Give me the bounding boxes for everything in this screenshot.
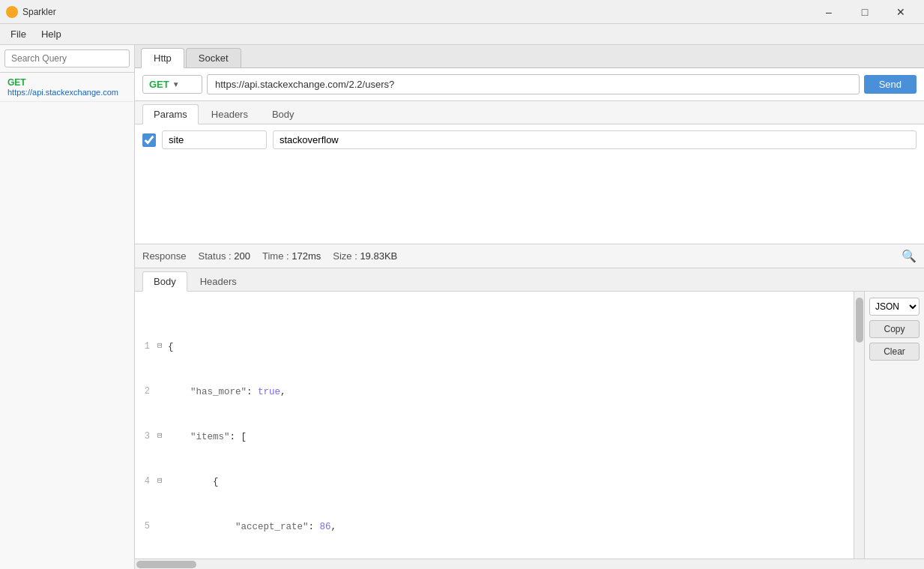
close-button[interactable]: ✕ <box>884 0 918 24</box>
params-area <box>135 124 924 244</box>
minimize-button[interactable]: – <box>812 0 846 24</box>
method-value: GET <box>149 79 169 90</box>
content-area: Http Socket GET ▼ Send Params Headers Bo… <box>135 45 924 569</box>
search-input[interactable] <box>4 49 130 67</box>
scrollbar-thumb[interactable] <box>856 298 863 343</box>
param-checkbox-0[interactable] <box>142 133 156 147</box>
clear-button[interactable]: Clear <box>869 343 920 361</box>
tab-headers[interactable]: Headers <box>200 104 259 124</box>
title-bar: Sparkler – □ ✕ <box>0 0 924 24</box>
tab-response-body[interactable]: Body <box>142 271 187 292</box>
tab-socket[interactable]: Socket <box>186 48 241 67</box>
param-value-0[interactable] <box>273 130 917 149</box>
json-line-1: 1 ⊟ { <box>135 340 854 355</box>
menu-help[interactable]: Help <box>34 25 69 43</box>
app-title: Sparkler <box>22 7 56 17</box>
tab-body[interactable]: Body <box>261 104 306 124</box>
json-viewer: 1 ⊟ { 2 "has_more": true, 3 ⊟ "items": [ <box>135 292 854 559</box>
status-value: 200 <box>234 250 250 262</box>
send-button[interactable]: Send <box>864 75 917 94</box>
sidebar-item-url: https://api.stackexchange.com <box>7 88 127 97</box>
response-size: Size : 19.83KB <box>333 250 397 262</box>
status-label: Status : <box>199 250 232 262</box>
json-content-wrapper[interactable]: 1 ⊟ { 2 "has_more": true, 3 ⊟ "items": [ <box>135 292 854 559</box>
param-tab-bar: Params Headers Body <box>135 101 924 124</box>
tab-params[interactable]: Params <box>142 104 199 124</box>
time-label: Time : <box>262 250 289 262</box>
app-icon <box>6 6 18 18</box>
url-input[interactable] <box>207 74 860 94</box>
size-label: Size : <box>333 250 357 262</box>
json-line-5: 5 "accept_rate": 86, <box>135 520 854 535</box>
url-bar: GET ▼ Send <box>135 68 924 101</box>
size-value: 19.83KB <box>360 250 397 262</box>
sidebar-search-area <box>0 45 134 73</box>
param-row-0 <box>142 130 917 149</box>
sidebar-item-0[interactable]: GET https://api.stackexchange.com <box>0 73 134 102</box>
menu-bar: File Help <box>0 24 924 45</box>
response-tab-bar: Body Headers <box>135 268 924 292</box>
json-actions-panel: JSON Copy Clear <box>864 292 924 559</box>
title-bar-left: Sparkler <box>6 6 56 18</box>
vertical-scrollbar[interactable] <box>854 292 864 559</box>
tab-response-headers[interactable]: Headers <box>189 271 248 291</box>
main-container: GET https://api.stackexchange.com Http S… <box>0 45 924 569</box>
horizontal-scrollbar[interactable] <box>135 559 924 569</box>
param-key-0[interactable] <box>162 130 267 149</box>
json-line-3: 3 ⊟ "items": [ <box>135 430 854 445</box>
chevron-down-icon: ▼ <box>172 80 180 88</box>
menu-file[interactable]: File <box>3 25 34 43</box>
response-label: Response <box>142 250 187 262</box>
method-select[interactable]: GET ▼ <box>142 75 202 94</box>
h-scrollbar-thumb[interactable] <box>136 561 196 568</box>
tab-http[interactable]: Http <box>141 48 184 68</box>
search-response-icon[interactable]: 🔍 <box>902 249 917 263</box>
time-value: 172ms <box>292 250 321 262</box>
response-bar: Response Status : 200 Time : 172ms Size … <box>135 244 924 268</box>
window-controls: – □ ✕ <box>812 0 918 24</box>
sidebar-item-method: GET <box>7 77 127 88</box>
format-select[interactable]: JSON <box>869 298 920 316</box>
maximize-button[interactable]: □ <box>848 0 882 24</box>
response-body-container: 1 ⊟ { 2 "has_more": true, 3 ⊟ "items": [ <box>135 292 924 559</box>
response-time: Time : 172ms <box>262 250 321 262</box>
copy-button[interactable]: Copy <box>869 320 920 338</box>
json-line-2: 2 "has_more": true, <box>135 385 854 400</box>
json-line-4: 4 ⊟ { <box>135 475 854 490</box>
response-status: Status : 200 <box>199 250 250 262</box>
top-tab-bar: Http Socket <box>135 45 924 68</box>
sidebar: GET https://api.stackexchange.com <box>0 45 135 569</box>
